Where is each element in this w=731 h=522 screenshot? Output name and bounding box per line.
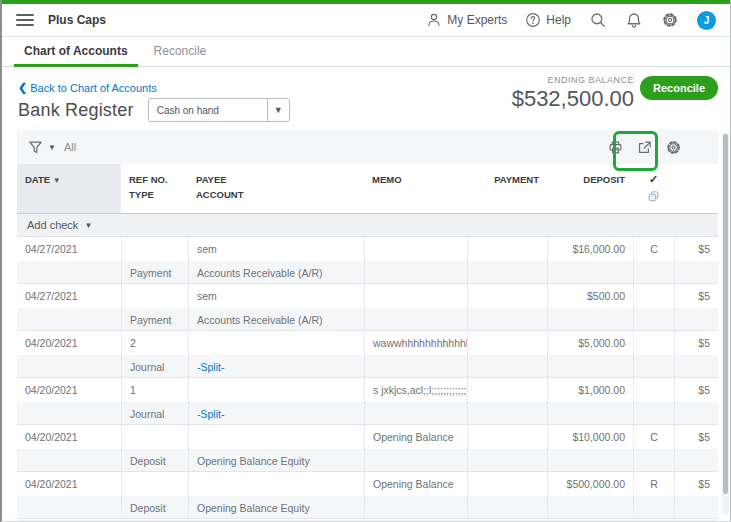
cell-deposit: $1,000.00 (547, 378, 633, 402)
cell-deposit: $500.00 (547, 284, 633, 308)
column-header-ref-type[interactable]: REF NO.TYPE (121, 164, 188, 213)
settings-gear-icon[interactable] (661, 11, 679, 29)
user-avatar[interactable]: J (697, 11, 716, 30)
cell-check-status: R (633, 472, 674, 496)
cell-date: 04/27/2021 (17, 284, 121, 308)
cell-balance: $5 (674, 237, 718, 261)
cell-memo (364, 284, 467, 308)
ending-balance-value: $532,500.00 (512, 86, 634, 112)
cell-memo: Opening Balance (364, 425, 467, 449)
cell-type: Payment (121, 261, 188, 283)
table-settings-gear-icon[interactable] (665, 139, 682, 156)
table-row[interactable]: 04/20/2021 Opening Balance $10,000.00 C … (17, 425, 718, 472)
cell-payment (467, 425, 547, 449)
cell-check-status: C (633, 237, 674, 261)
column-header-payee-account[interactable]: PAYEEACCOUNT (188, 164, 364, 213)
cell-account[interactable]: Accounts Receivable (A/R) (188, 261, 364, 283)
cell-payee: sem (188, 284, 364, 308)
cell-ref: 2 (121, 331, 188, 355)
table-toolbar: ▼ All (17, 130, 718, 164)
table-row[interactable]: 04/20/2021 Opening Balance $500,000.00 R… (17, 472, 718, 519)
cell-type: Journal (121, 402, 188, 424)
export-icon[interactable] (636, 139, 653, 156)
cell-balance: $5 (674, 331, 718, 355)
cell-payee: sem (188, 237, 364, 261)
person-icon (426, 12, 442, 28)
table-row[interactable]: 04/20/2021 2 wawwhhhhhhhhhhhh... $5,000.… (17, 331, 718, 378)
cell-date: 04/20/2021 (17, 425, 121, 449)
cell-payment (467, 284, 547, 308)
reconcile-button[interactable]: Reconcile (640, 76, 718, 100)
cell-ref (121, 284, 188, 308)
notifications-bell-icon[interactable] (625, 11, 643, 29)
ending-balance-label: ENDING BALANCE (512, 75, 634, 85)
cell-type: Payment (121, 308, 188, 330)
cell-payee (188, 331, 364, 355)
filter-funnel-icon (27, 139, 44, 156)
table-row[interactable]: 04/27/2021 sem $500.00 $5 Payment Accoun… (17, 284, 718, 331)
cell-date: 04/27/2021 (17, 237, 121, 261)
cell-type: Journal (121, 355, 188, 377)
cell-account[interactable]: Opening Balance Equity (188, 496, 364, 518)
cell-balance: $5 (674, 425, 718, 449)
table-row[interactable]: 04/20/2021 1 s jxkjcs,acl;;l;;;;;;;;;;;;… (17, 378, 718, 425)
cell-date: 04/20/2021 (17, 472, 121, 496)
column-header-balance[interactable] (674, 164, 718, 213)
vertical-scrollbar-thumb[interactable] (723, 134, 728, 494)
print-icon[interactable] (607, 139, 624, 156)
cell-balance: $5 (674, 472, 718, 496)
cell-account[interactable]: -Split- (188, 402, 364, 424)
column-header-deposit[interactable]: DEPOSIT (547, 164, 633, 213)
column-header-memo[interactable]: MEMO (364, 164, 467, 213)
hamburger-menu-icon[interactable] (16, 14, 34, 26)
chevron-down-icon: ▼ (267, 99, 289, 121)
chevron-down-icon: ▼ (84, 221, 92, 230)
help-icon (525, 12, 541, 28)
filter-value: All (64, 141, 76, 153)
register-header: ❮ Back to Chart of Accounts Bank Registe… (2, 67, 730, 123)
table-row[interactable]: 04/27/2021 sem $16,000.00 C $5 Payment A… (17, 237, 718, 284)
cell-balance: $5 (674, 378, 718, 402)
cell-account[interactable]: -Split- (188, 355, 364, 377)
company-name: Plus Caps (48, 13, 106, 27)
app-window: Plus Caps My Experts Help J Chart of Acc… (0, 0, 731, 522)
cell-ref (121, 425, 188, 449)
add-check-button[interactable]: Add check ▼ (17, 214, 718, 237)
cell-date: 04/20/2021 (17, 331, 121, 355)
vertical-scrollbar[interactable] (722, 132, 729, 514)
cell-account[interactable]: Opening Balance Equity (188, 449, 364, 471)
cell-check-status (633, 378, 674, 402)
cell-payment (467, 237, 547, 261)
cell-date: 04/20/2021 (17, 378, 121, 402)
tab-reconcile[interactable]: Reconcile (154, 44, 207, 66)
cell-ref: 1 (121, 378, 188, 402)
filter-button[interactable]: ▼ All (27, 139, 76, 156)
table-header-row: DATE ▼ REF NO.TYPE PAYEEACCOUNT MEMO PAY… (17, 164, 718, 214)
my-experts-button[interactable]: My Experts (426, 12, 507, 28)
cell-ref (121, 472, 188, 496)
cell-check-status (633, 331, 674, 355)
cell-type: Deposit (121, 496, 188, 518)
cell-type: Deposit (121, 449, 188, 471)
cell-ref (121, 237, 188, 261)
ending-balance: ENDING BALANCE $532,500.00 (512, 75, 634, 112)
cell-payment (467, 378, 547, 402)
column-header-payment[interactable]: PAYMENT (467, 164, 547, 213)
cell-memo (364, 237, 467, 261)
cell-payee (188, 378, 364, 402)
page-title: Bank Register (18, 100, 134, 121)
help-button[interactable]: Help (525, 12, 571, 28)
chevron-down-icon: ▼ (48, 143, 56, 152)
cell-payee (188, 472, 364, 496)
search-icon[interactable] (589, 11, 607, 29)
checkmark-icon: ✓ (649, 172, 658, 187)
column-header-check[interactable]: ✓ (633, 164, 674, 213)
column-header-date[interactable]: DATE ▼ (17, 164, 121, 213)
cell-deposit: $5,000.00 (547, 331, 633, 355)
register-table-panel: ▼ All DATE ▼ REF NO.TYPE PAYEEACCOUNT ME… (17, 130, 718, 522)
cell-memo: s jxkjcs,acl;;l;;;;;;;;;;;;.... (364, 378, 467, 402)
tab-chart-of-accounts[interactable]: Chart of Accounts (24, 44, 128, 66)
cell-account[interactable]: Accounts Receivable (A/R) (188, 308, 364, 330)
back-to-chart-link[interactable]: ❮ Back to Chart of Accounts (18, 81, 157, 94)
account-select[interactable]: Cash on hand ▼ (148, 98, 290, 122)
